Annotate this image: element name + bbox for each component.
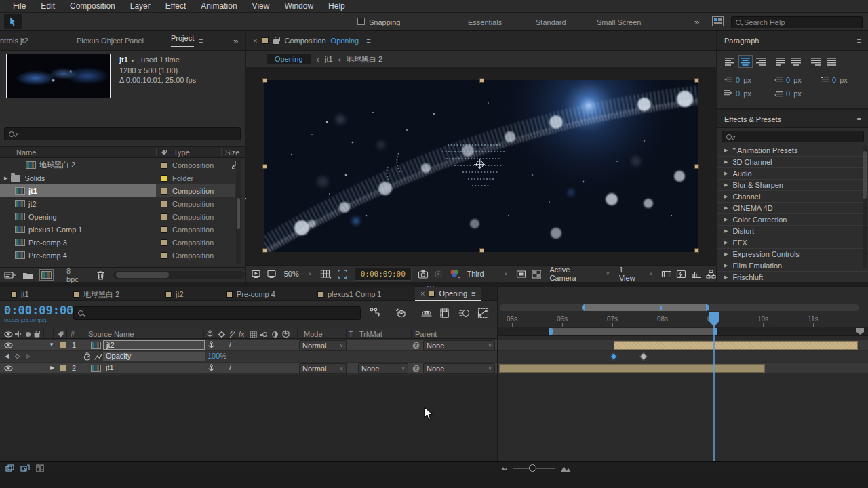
keyframe-diamond[interactable] [639, 352, 647, 360]
new-composition-icon[interactable] [41, 271, 52, 279]
menu-edit[interactable]: Edit [33, 1, 62, 11]
effects-category-channel[interactable]: ▶Channel [717, 191, 868, 203]
column-type[interactable]: Type [174, 148, 190, 157]
region-of-interest-icon[interactable] [337, 269, 348, 279]
effects-menu-icon[interactable]: ≡ [857, 115, 861, 123]
tab-effects-presets[interactable]: Effects & Presets [724, 115, 781, 123]
project-vertical-scrollbar[interactable] [236, 159, 241, 264]
project-row-precomp3[interactable]: Pre-comp 3 Composition [0, 236, 235, 249]
label-swatch[interactable] [161, 175, 167, 182]
column-size[interactable]: Size [225, 148, 239, 157]
effects-search-input[interactable] [738, 133, 859, 141]
trkmat-column-header[interactable]: TrkMat [359, 330, 382, 338]
frame-blending-icon[interactable] [439, 308, 452, 319]
justify-last-center-button[interactable] [789, 55, 804, 68]
label-swatch[interactable] [161, 252, 167, 259]
blend-mode-dropdown[interactable]: Normal∨ [299, 340, 347, 351]
channels-icon[interactable] [449, 269, 460, 279]
timeline-search[interactable] [73, 306, 361, 320]
layer-row-jt1[interactable]: ▶ 2 jt1 / Normal∨ None∨ @ None∨ [0, 363, 497, 374]
time-ruler[interactable]: 05s 06s 07s 08s 09s 10s 11s [498, 312, 868, 327]
tab-paragraph[interactable]: Paragraph [724, 37, 759, 45]
keyframe-prev-icon[interactable]: ◀ [5, 353, 9, 359]
keyframe-next-icon[interactable]: ▶ [26, 353, 31, 359]
hide-shy-layers-icon[interactable] [420, 308, 433, 319]
timeline-tab-precomp4[interactable]: Pre-comp 4 [226, 287, 275, 301]
transparency-grid-icon[interactable] [532, 270, 542, 279]
lock-icon[interactable] [273, 39, 279, 44]
expand-layer-switches-icon[interactable] [5, 464, 15, 472]
graph-editor-icon[interactable] [477, 308, 490, 319]
effects-search[interactable]: ▾ [722, 131, 864, 142]
camera-dropdown[interactable]: Active Camera ∨ [549, 266, 610, 282]
timeline-current-time[interactable]: 0:00:09:00 [4, 304, 73, 317]
help-search-input[interactable] [744, 18, 858, 26]
composition-panel-tab[interactable]: × Composition Opening ≡ [246, 31, 716, 51]
navigator-start-handle[interactable] [582, 304, 585, 311]
quality-switch-icon[interactable]: / [229, 340, 231, 348]
effects-category-audio[interactable]: ▶Audio [717, 168, 868, 180]
timeline-tab-plexus1[interactable]: plexus1 Comp 1 [317, 287, 382, 301]
composition-canvas[interactable] [264, 80, 698, 252]
view-layout-dropdown[interactable]: 1 View ∨ [619, 266, 653, 282]
project-search-input[interactable] [21, 130, 236, 138]
justify-last-right-button[interactable] [809, 55, 823, 68]
effects-category-animation-presets[interactable]: ▶* Animation Presets [717, 145, 868, 157]
project-search[interactable]: ▾ [4, 127, 241, 140]
close-icon[interactable]: × [253, 37, 257, 45]
t-column-header[interactable]: T [349, 330, 353, 338]
layer-handle[interactable] [262, 248, 267, 253]
project-panel-menu-icon[interactable]: ≡ [199, 37, 203, 45]
menu-layer[interactable]: Layer [123, 1, 158, 11]
align-center-button[interactable] [738, 55, 753, 68]
project-row-jt2[interactable]: jt2 Composition [0, 197, 235, 210]
tab-plexus-object-panel[interactable]: Plexus Object Panel [77, 37, 144, 45]
paragraph-menu-icon[interactable]: ≡ [857, 37, 861, 45]
opacity-value[interactable]: 100% [208, 352, 226, 360]
timeline-tab-jt1[interactable]: jt1 [11, 287, 29, 301]
expand-transfer-controls-icon[interactable] [20, 464, 30, 472]
menu-effect[interactable]: Effect [158, 1, 193, 11]
column-name[interactable]: Name [16, 148, 36, 157]
layer-handle[interactable] [694, 248, 699, 253]
menu-animation[interactable]: Animation [193, 1, 244, 11]
effects-category-3d-channel[interactable]: ▶3D Channel [717, 157, 868, 168]
expand-icon[interactable]: ▶ [4, 176, 7, 181]
layer-handle[interactable] [694, 164, 699, 169]
blend-mode-dropdown[interactable]: Normal∨ [299, 363, 347, 374]
new-folder-icon[interactable] [22, 271, 33, 279]
keyframe-diamond-selected[interactable] [610, 352, 617, 360]
region-icon[interactable] [516, 270, 526, 279]
property-name-box[interactable]: Opacity [103, 352, 205, 361]
index-column-header[interactable]: # [71, 330, 75, 338]
align-left-button[interactable] [723, 55, 737, 68]
layer-name[interactable]: jt1 [106, 363, 114, 371]
mode-column-header[interactable]: Mode [304, 330, 323, 338]
justify-last-left-button[interactable] [774, 55, 788, 68]
effects-category-blur-sharpen[interactable]: ▶Blur & Sharpen [717, 180, 868, 191]
project-horizontal-scrollbar[interactable] [113, 271, 245, 279]
comp-timecode[interactable]: 0:00:09:00 [355, 268, 412, 281]
timeline-search-input[interactable] [86, 309, 356, 317]
graph-toggle-icon[interactable] [94, 353, 102, 361]
effects-category-expression-controls[interactable]: ▶Expression Controls [717, 249, 868, 260]
column-label-icon[interactable] [160, 148, 168, 157]
label-swatch[interactable] [161, 239, 167, 246]
playhead-line[interactable] [713, 312, 715, 474]
project-row-plexus1[interactable]: plexus1 Comp 1 Composition [0, 223, 235, 236]
layer-row-jt2[interactable]: ▼ 1 jt2 / Normal∨ @ None∨ [0, 340, 497, 351]
timeline-menu-icon[interactable]: ≡ [471, 289, 475, 298]
snapshot-icon[interactable] [418, 270, 429, 279]
tab-effect-controls[interactable]: ntrols jt2 [0, 37, 28, 45]
quality-switch-icon[interactable]: / [229, 363, 231, 371]
menu-composition[interactable]: Composition [62, 1, 123, 11]
grid-guides-icon[interactable] [320, 269, 332, 279]
trkmat-dropdown[interactable]: None∨ [358, 363, 408, 374]
layer-bar-jt1[interactable] [499, 364, 765, 373]
close-icon[interactable]: × [420, 289, 425, 298]
workspace-small-screen[interactable]: Small Screen [597, 18, 641, 26]
parent-pickwhip-icon[interactable]: @ [412, 364, 420, 372]
timeline-zoom-slider[interactable] [513, 468, 555, 469]
draft-3d-icon[interactable] [395, 308, 408, 319]
comp-label-swatch[interactable] [262, 37, 269, 44]
